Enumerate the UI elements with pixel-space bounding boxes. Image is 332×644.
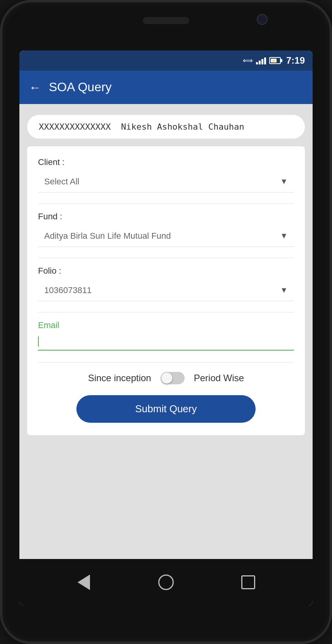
nav-recents-button[interactable] bbox=[239, 573, 258, 592]
fund-value: Aditya Birla Sun Life Mutual Fund bbox=[44, 231, 171, 241]
battery-bolt: ⚡ bbox=[271, 59, 276, 62]
email-input[interactable] bbox=[38, 333, 294, 351]
submit-button[interactable]: Submit Query bbox=[76, 395, 256, 423]
period-toggle[interactable] bbox=[161, 372, 185, 384]
speaker-grill bbox=[143, 17, 189, 24]
fund-dropdown-arrow: ▼ bbox=[280, 231, 288, 240]
client-dropdown[interactable]: Select All ▼ bbox=[38, 171, 294, 193]
status-icons: ⟺ ⚡ 7:19 bbox=[243, 55, 305, 66]
screen: ⟺ ⚡ 7:19 ← SOA Query XXXXX bbox=[19, 50, 313, 606]
toggle-thumb bbox=[161, 373, 172, 384]
signal-icon bbox=[256, 57, 266, 64]
client-field: Client : Select All ▼ bbox=[38, 157, 294, 193]
folio-dropdown-arrow: ▼ bbox=[280, 286, 288, 295]
content-area: XXXXXXXXXXXXXX Nikesh Ashokshal Chauhan … bbox=[19, 104, 313, 559]
folio-value: 1036073811 bbox=[44, 285, 92, 295]
fund-field: Fund : Aditya Birla Sun Life Mutual Fund… bbox=[38, 212, 294, 247]
divider-3 bbox=[38, 312, 294, 312]
divider-4 bbox=[38, 362, 294, 363]
account-name: XXXXXXXXXXXXXX Nikesh Ashokshal Chauhan bbox=[39, 122, 244, 132]
connectivity-icon: ⟺ bbox=[243, 56, 253, 65]
period-toggle-row: Since inception Period Wise bbox=[38, 372, 294, 384]
period-wise-label: Period Wise bbox=[194, 373, 244, 384]
navigation-bar bbox=[19, 559, 313, 606]
phone-frame: ⟺ ⚡ 7:19 ← SOA Query XXXXX bbox=[0, 0, 332, 644]
folio-dropdown[interactable]: 1036073811 ▼ bbox=[38, 280, 294, 301]
since-inception-label: Since inception bbox=[88, 373, 151, 384]
recents-square-icon bbox=[241, 575, 255, 589]
nav-home-button[interactable] bbox=[156, 573, 176, 592]
fund-label: Fund : bbox=[38, 212, 294, 222]
nav-back-button[interactable] bbox=[74, 573, 93, 592]
email-label: Email bbox=[38, 320, 294, 330]
home-circle-icon bbox=[158, 575, 174, 590]
client-value: Select All bbox=[44, 177, 80, 187]
battery-icon: ⚡ bbox=[269, 57, 281, 64]
folio-label: Folio : bbox=[38, 266, 294, 276]
email-field-container: Email bbox=[38, 320, 294, 351]
form-card: Client : Select All ▼ Fund : Aditya Birl… bbox=[27, 146, 305, 435]
client-dropdown-arrow: ▼ bbox=[280, 177, 288, 186]
back-triangle-icon bbox=[78, 575, 90, 590]
fund-dropdown[interactable]: Aditya Birla Sun Life Mutual Fund ▼ bbox=[38, 226, 294, 247]
front-camera bbox=[257, 14, 268, 25]
back-button[interactable]: ← bbox=[29, 81, 41, 94]
account-pill: XXXXXXXXXXXXXX Nikesh Ashokshal Chauhan bbox=[27, 115, 305, 139]
folio-field: Folio : 1036073811 ▼ bbox=[38, 266, 294, 301]
app-title: SOA Query bbox=[49, 80, 112, 94]
divider-2 bbox=[38, 258, 294, 258]
text-cursor bbox=[38, 337, 39, 347]
app-bar: ← SOA Query bbox=[19, 71, 313, 104]
status-time: 7:19 bbox=[286, 55, 305, 66]
client-label: Client : bbox=[38, 157, 294, 167]
divider-1 bbox=[38, 203, 294, 204]
status-bar: ⟺ ⚡ 7:19 bbox=[19, 50, 313, 71]
